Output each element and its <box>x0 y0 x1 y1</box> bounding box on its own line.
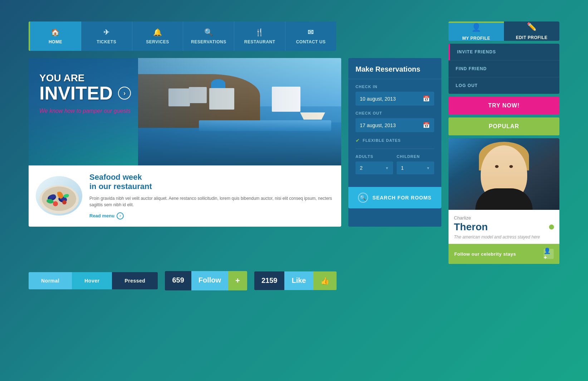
like-count-number: 2159 <box>254 271 285 290</box>
children-field: CHILDREN 1 ▼ <box>397 154 434 174</box>
services-icon: 🔔 <box>153 28 162 37</box>
guests-row: ADULTS 2 ▼ CHILDREN 1 ▼ <box>356 154 434 174</box>
nav-reservations[interactable]: 🔍 RESERVATIONS <box>183 21 234 51</box>
eye-left <box>495 165 499 168</box>
checkout-calendar-icon: 📅 <box>423 122 430 129</box>
add-user-icon: 👤+ <box>544 249 554 259</box>
profile-nav-row: 👤 MY PROFILE ✏️ EDIT PROFILE <box>449 21 559 41</box>
children-label: CHILDREN <box>397 154 434 159</box>
like-count-label[interactable]: Like <box>284 271 313 290</box>
flexible-check-icon: ✔ <box>356 138 360 143</box>
read-menu-link[interactable]: Read menu › <box>89 212 334 220</box>
follow-count-label[interactable]: Follow <box>191 271 228 290</box>
checkin-label: CHECK IN <box>356 85 434 89</box>
svg-point-8 <box>53 201 58 206</box>
button-hover[interactable]: Hover <box>72 272 112 289</box>
find-friend-label: FIND FRIEND <box>456 66 487 71</box>
bottom-buttons-row: Normal Hover Pressed 659 Follow + 2159 L… <box>29 271 559 290</box>
adults-label: ADULTS <box>356 154 393 159</box>
adults-chevron-icon: ▼ <box>385 166 389 170</box>
follow-celebrity-label: Follow our celebrity stays <box>454 251 516 257</box>
read-menu-label: Read menu <box>89 213 114 218</box>
nav-restaurant-label: RESTAURANT <box>244 39 275 44</box>
hero-tagline: We know how to pamper our guests <box>39 108 131 114</box>
profile-last-name: Theron <box>454 221 488 233</box>
contact-icon: ✉ <box>308 28 314 37</box>
hero-invited-row: INVITED › <box>39 84 131 102</box>
seafood-title: Seafood week in our restaurant <box>89 173 334 192</box>
home-icon: 🏠 <box>51 28 60 37</box>
button-normal-label: Normal <box>41 278 59 284</box>
action-buttons: TRY NOW! POPULAR <box>449 97 559 135</box>
restaurant-icon: 🍴 <box>255 28 264 37</box>
edit-profile-label: EDIT PROFILE <box>516 35 548 40</box>
form-divider <box>356 149 434 149</box>
hero-section: YOU ARE INVITED › We know how to pamper … <box>29 58 341 165</box>
button-normal[interactable]: Normal <box>29 272 72 289</box>
sidebar-logout[interactable]: LOG OUT <box>449 77 559 94</box>
seafood-title-line2: in our restaurant <box>89 182 152 191</box>
children-select[interactable]: 1 ▼ <box>397 161 434 174</box>
nav-contact[interactable]: ✉ CONTACT US <box>285 21 336 51</box>
reservations-icon: 🔍 <box>204 28 214 37</box>
sidebar-find-friend[interactable]: FIND FRIEND <box>449 61 559 77</box>
popular-label: POPULAR <box>489 123 519 129</box>
checkin-value: 10 august, 2013 <box>360 96 396 102</box>
nav-tickets[interactable]: ✈ TICKETS <box>81 21 132 51</box>
my-profile-tab[interactable]: 👤 MY PROFILE <box>449 21 504 41</box>
food-svg <box>38 178 80 214</box>
popular-button[interactable]: POPULAR <box>449 117 559 135</box>
reservation-form: CHECK IN 10 august, 2013 📅 CHECK OUT 17 … <box>348 79 441 187</box>
left-content: YOU ARE INVITED › We know how to pamper … <box>29 58 341 227</box>
logout-label: LOG OUT <box>456 83 478 88</box>
reservation-panel: Make Reservations CHECK IN 10 august, 20… <box>348 58 441 227</box>
edit-profile-tab[interactable]: ✏️ EDIT PROFILE <box>504 21 559 41</box>
checkout-label: CHECK OUT <box>356 111 434 115</box>
read-menu-arrow: › <box>117 212 124 220</box>
hero-text: YOU ARE INVITED › We know how to pamper … <box>39 72 131 114</box>
profile-info: Charlize Theron The american model and a… <box>449 210 559 244</box>
nav-home-label: HOME <box>49 39 62 44</box>
sidebar-invite-friends[interactable]: INVITE FRIENDS <box>449 44 559 61</box>
hero-arrow-button[interactable]: › <box>118 87 131 100</box>
search-label: SEARCH FOR ROOMS <box>372 195 431 201</box>
navigation-bar: 🏠 HOME ✈ TICKETS 🔔 SERVICES 🔍 RESERVATIO… <box>29 21 336 51</box>
checkin-input[interactable]: 10 august, 2013 📅 <box>356 92 434 106</box>
follow-celebrity-button[interactable]: Follow our celebrity stays 👤+ <box>449 244 559 264</box>
reservation-title: Make Reservations <box>348 58 441 79</box>
try-now-button[interactable]: TRY NOW! <box>449 97 559 115</box>
adults-value: 2 <box>360 165 363 171</box>
follow-plus-button[interactable]: + <box>228 271 247 290</box>
profile-description: The american model and actress stayed he… <box>454 235 554 240</box>
sidebar-menu: INVITE FRIENDS FIND FRIEND LOG OUT <box>449 44 559 94</box>
nav-services-label: SERVICES <box>146 39 169 44</box>
body-shape <box>475 188 533 210</box>
invite-friends-label: INVITE FRIENDS <box>457 49 496 54</box>
nav-home[interactable]: 🏠 HOME <box>29 21 81 51</box>
like-thumb-button[interactable]: 👍 <box>313 271 337 290</box>
hero-line2: INVITED <box>39 84 113 102</box>
content-area: YOU ARE INVITED › We know how to pamper … <box>29 58 441 227</box>
svg-point-9 <box>62 200 67 204</box>
button-pressed-label: Pressed <box>124 278 145 284</box>
search-rooms-button[interactable]: 🔍 SEARCH FOR ROOMS <box>348 187 441 208</box>
nav-services[interactable]: 🔔 SERVICES <box>132 21 183 51</box>
nav-tickets-label: TICKETS <box>97 39 116 44</box>
adults-select[interactable]: 2 ▼ <box>356 161 393 174</box>
profile-first-name: Charlize <box>454 215 554 221</box>
follow-counter: 659 Follow + <box>165 271 247 290</box>
follow-count-number: 659 <box>165 271 191 290</box>
children-value: 1 <box>401 165 404 171</box>
adults-field: ADULTS 2 ▼ <box>356 154 393 174</box>
seafood-card: Seafood week in our restaurant Proin gra… <box>29 165 341 227</box>
nav-restaurant[interactable]: 🍴 RESTAURANT <box>234 21 285 51</box>
flexible-label: FLEXIBLE DATES <box>363 138 401 143</box>
eye-right <box>509 165 513 168</box>
search-icon: 🔍 <box>358 193 368 203</box>
button-hover-label: Hover <box>84 278 99 284</box>
checkout-value: 17 august, 2013 <box>360 122 396 128</box>
food-image <box>36 176 82 216</box>
button-pressed[interactable]: Pressed <box>112 272 158 289</box>
right-sidebar: 👤 MY PROFILE ✏️ EDIT PROFILE INVITE FRIE… <box>449 21 559 264</box>
checkout-input[interactable]: 17 august, 2013 📅 <box>356 118 434 132</box>
